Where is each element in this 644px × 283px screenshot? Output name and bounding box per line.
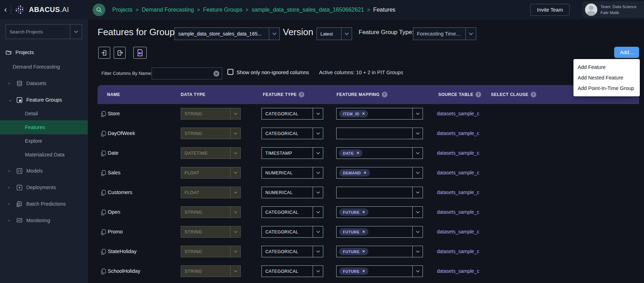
sidebar-item-explore[interactable]: Explore (0, 134, 88, 148)
sidebar-item-materialized-data[interactable]: Materialized Data (0, 148, 88, 162)
global-search-button[interactable] (93, 4, 105, 16)
breadcrumb-item[interactable]: Feature Groups (203, 7, 243, 13)
data-type-select[interactable]: STRING (181, 206, 241, 218)
table-row: Promo STRING CATEGORICAL FUTURE✕ dataset… (88, 222, 644, 242)
feature-type-select[interactable]: CATEGORICAL (261, 128, 323, 139)
data-type-select[interactable]: STRING (181, 128, 241, 139)
feature-group-type-select[interactable]: Forecasting Times... (413, 27, 476, 40)
chevron-right-icon[interactable]: › (8, 81, 13, 86)
feature-copy-icon[interactable] (101, 229, 106, 237)
feature-mapping-select[interactable] (336, 187, 423, 198)
feature-copy-icon[interactable] (101, 190, 106, 197)
user-menu[interactable]: Team: Data Science Fatir Malik (582, 1, 644, 18)
source-table-link[interactable]: datasets_sample_c (437, 268, 479, 274)
help-icon[interactable]: ? (531, 92, 536, 97)
data-type-select[interactable]: STRING (181, 226, 241, 238)
breadcrumb-item[interactable]: sample_data_store_sales_data_1650662621 (252, 7, 364, 13)
data-type-select[interactable]: STRING (181, 246, 241, 257)
filter-columns-input[interactable] (152, 68, 222, 79)
data-type-select[interactable]: STRING (181, 265, 241, 277)
feature-mapping-select[interactable]: FUTURE✕ (336, 226, 423, 238)
version-select[interactable]: Latest (317, 27, 352, 40)
invite-team-button[interactable]: Invite Team (530, 4, 570, 16)
chevron-down-icon[interactable]: ⌄ (8, 97, 13, 102)
feature-copy-icon[interactable] (101, 269, 106, 276)
remove-mapping-icon[interactable]: ✕ (362, 250, 365, 253)
sidebar-item-features[interactable]: Features (0, 120, 88, 134)
sidebar-item-datasets[interactable]: ›Datasets (0, 76, 88, 90)
help-icon[interactable]: ? (476, 92, 481, 97)
add-button[interactable]: Add... (614, 47, 639, 58)
help-icon[interactable]: ? (299, 92, 304, 97)
feature-copy-icon[interactable] (101, 111, 106, 118)
feature-copy-icon[interactable] (101, 210, 106, 217)
show-non-ignored-checkbox[interactable] (227, 69, 233, 75)
feature-mapping-select[interactable]: FUTURE✕ (336, 265, 423, 277)
feature-type-select[interactable]: CATEGORICAL (261, 246, 323, 257)
chevron-right-icon[interactable]: › (8, 168, 13, 173)
source-table-link[interactable]: datasets_sample_c (437, 150, 479, 156)
chevron-right-icon[interactable]: › (8, 185, 13, 190)
chevron-down-icon (313, 246, 323, 257)
source-table-link[interactable]: datasets_sample_c (437, 229, 479, 234)
remove-mapping-icon[interactable]: ✕ (362, 269, 365, 273)
source-table-link[interactable]: datasets_sample_c (437, 209, 479, 215)
data-type-select[interactable]: FLOAT (181, 167, 241, 179)
remove-mapping-icon[interactable]: ✕ (362, 210, 365, 214)
feature-type-select[interactable]: NUMERICAL (261, 167, 323, 179)
search-projects-select[interactable]: Search Projects (6, 24, 82, 39)
models-icon (16, 168, 23, 174)
feature-mapping-select[interactable]: ITEM_ID✕ (336, 108, 423, 120)
feature-type-select[interactable]: CATEGORICAL (261, 206, 323, 218)
clear-filter-icon[interactable]: ✕ (213, 71, 219, 77)
export-feature-group-button[interactable] (114, 47, 126, 59)
feature-type-select[interactable]: CATEGORICAL (261, 108, 323, 120)
feature-mapping-select[interactable] (336, 128, 423, 139)
sidebar-item-deployments[interactable]: ›Deployments (0, 180, 88, 194)
feature-copy-icon[interactable] (101, 249, 106, 256)
add-menu-item-add-point-in-time-group[interactable]: Add Point-In-Time Group (573, 83, 640, 94)
add-menu-item-add-feature[interactable]: Add Feature (573, 62, 640, 72)
feature-copy-icon[interactable] (101, 150, 106, 158)
feature-group-select[interactable]: sample_data_store_sales_data_165... (174, 27, 280, 40)
source-table-link[interactable]: datasets_sample_c (437, 111, 479, 116)
breadcrumb-item[interactable]: Demand Forecasting (142, 7, 194, 13)
remove-mapping-icon[interactable]: ✕ (363, 171, 366, 175)
source-table-link[interactable]: datasets_sample_c (437, 170, 479, 175)
source-table-link[interactable]: datasets_sample_c (437, 249, 479, 254)
add-menu-item-add-nested-feature[interactable]: Add Nested Feature (573, 72, 640, 83)
help-icon[interactable]: ? (382, 92, 387, 97)
remove-mapping-icon[interactable]: ✕ (362, 112, 365, 116)
feature-mapping-select[interactable]: DEMAND✕ (336, 167, 423, 179)
breadcrumb-item[interactable]: Projects (112, 7, 133, 13)
sidebar-item-feature-groups[interactable]: ⌄Feature Groups (0, 93, 88, 107)
collapse-sidebar-icon[interactable]: ‹ (4, 6, 7, 14)
data-type-select[interactable]: FLOAT (181, 187, 241, 198)
abacus-logo[interactable]: ABACUS.AI (15, 5, 69, 15)
source-table-link[interactable]: datasets_sample_c (437, 130, 479, 136)
feature-mapping-select[interactable]: DATE✕ (336, 147, 423, 159)
sidebar-item-demand-forecasting[interactable]: Demand Forecasting (0, 60, 88, 74)
import-feature-group-button[interactable] (98, 47, 110, 59)
chevron-right-icon[interactable]: › (8, 218, 13, 223)
feature-type-select[interactable]: TIMESTAMP (261, 147, 323, 159)
source-table-link[interactable]: datasets_sample_c (437, 189, 479, 195)
feature-copy-icon[interactable] (101, 131, 106, 138)
feature-type-select[interactable]: CATEGORICAL (261, 265, 323, 277)
sidebar-item-batch-predictions[interactable]: ›Batch Predictions (0, 197, 88, 211)
sidebar-item-monitoring[interactable]: ›Monitoring (0, 213, 88, 227)
remove-mapping-icon[interactable]: ✕ (362, 230, 365, 234)
sidebar-item-detail[interactable]: Detail (0, 107, 88, 121)
sidebar-item-models[interactable]: ›Models (0, 164, 88, 178)
feature-mapping-select[interactable]: FUTURE✕ (336, 206, 423, 218)
chevron-right-icon[interactable]: › (8, 201, 13, 206)
sql-editor-button[interactable]: SQL (133, 47, 147, 59)
data-type-select[interactable]: DATETIME (181, 147, 241, 159)
feature-copy-icon[interactable] (101, 170, 106, 178)
feature-mapping-select[interactable]: FUTURE✕ (336, 246, 423, 257)
sidebar-item-projects[interactable]: Projects (0, 45, 88, 59)
feature-type-select[interactable]: NUMERICAL (261, 187, 323, 198)
remove-mapping-icon[interactable]: ✕ (356, 151, 359, 155)
data-type-select[interactable]: STRING (181, 108, 241, 120)
feature-type-select[interactable]: CATEGORICAL (261, 226, 323, 238)
